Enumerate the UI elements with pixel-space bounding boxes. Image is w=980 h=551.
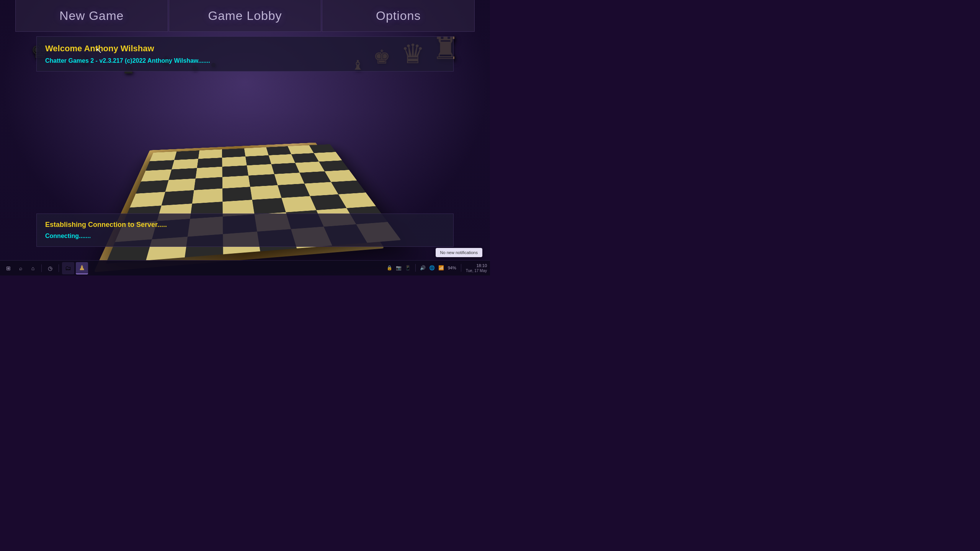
square-3-1 <box>165 178 196 192</box>
clock-time: 18:10 <box>466 263 487 268</box>
taskbar-system-icons: 🔒 📷 📱 🔊 🌐 📶 <box>386 264 445 272</box>
square-1-3 <box>222 156 247 167</box>
taskbar: ⊞ ⌕ ⌂ ◷ 🗂 ♟ 🔒 📷 📱 🔊 🌐 📶 94% 18:10 Tue, 1… <box>0 260 490 276</box>
square-1-2 <box>197 158 222 168</box>
wifi-icon[interactable]: 📶 <box>438 264 445 271</box>
welcome-panel: Welcome Anthony Wilshaw Chatter Games 2 … <box>36 36 454 72</box>
square-2-2 <box>196 167 222 179</box>
welcome-subtitle: Chatter Games 2 - v2.3.217 (c)2022 Antho… <box>45 57 445 64</box>
square-3-4 <box>248 174 278 187</box>
square-4-2 <box>192 189 222 204</box>
square-2-5 <box>271 163 299 174</box>
taskbar-separator-2 <box>59 264 59 272</box>
square-1-7 <box>314 152 342 161</box>
new-game-button[interactable]: New Game <box>15 0 168 32</box>
connection-panel: Establishing Connection to Server..... C… <box>36 214 454 247</box>
square-2-1 <box>168 168 197 180</box>
grid-icon[interactable]: ⊞ <box>3 263 14 274</box>
welcome-title: Welcome Anthony Wilshaw <box>45 44 445 54</box>
battery-percent: 94% <box>448 266 456 270</box>
file-manager-app[interactable]: 🗂 <box>62 262 74 274</box>
nav-bar: New Game Game Lobby Options <box>15 0 475 32</box>
square-2-7 <box>319 160 349 171</box>
network-icon[interactable]: 🌐 <box>429 264 436 271</box>
square-4-4 <box>250 185 281 200</box>
new-game-label: New Game <box>59 9 124 23</box>
search-icon[interactable]: ⌕ <box>15 263 26 274</box>
battery-indicator: 94% <box>448 266 456 270</box>
options-label: Options <box>376 9 421 23</box>
square-2-3 <box>222 165 248 177</box>
clock-date: Tue, 17 May <box>466 268 487 273</box>
connection-status: Connecting....... <box>45 233 445 240</box>
chess-app[interactable]: ♟ <box>76 262 88 274</box>
game-lobby-button[interactable]: Game Lobby <box>169 0 322 32</box>
square-0-5 <box>266 146 291 155</box>
volume-icon[interactable]: 🔊 <box>420 264 426 271</box>
square-4-3 <box>222 187 252 202</box>
square-1-5 <box>268 154 295 164</box>
square-3-3 <box>222 176 250 189</box>
taskbar-separator-1 <box>41 264 42 272</box>
taskbar-left: ⊞ ⌕ ⌂ ◷ 🗂 ♟ <box>3 262 88 274</box>
square-4-0 <box>130 192 165 207</box>
options-button[interactable]: Options <box>322 0 475 32</box>
square-3-2 <box>194 177 222 190</box>
square-0-7 <box>309 144 336 153</box>
notification-bubble: No new notifications <box>436 248 482 257</box>
notification-text: No new notifications <box>440 250 478 255</box>
square-2-4 <box>247 164 274 176</box>
square-3-5 <box>274 173 304 185</box>
system-clock: 18:10 Tue, 17 May <box>466 263 487 273</box>
lock-icon[interactable]: 🔒 <box>386 264 393 271</box>
square-4-1 <box>161 190 194 205</box>
taskbar-right: 🔒 📷 📱 🔊 🌐 📶 94% 18:10 Tue, 17 May <box>386 263 487 273</box>
square-0-2 <box>198 149 222 159</box>
square-5-4 <box>252 198 286 214</box>
history-icon[interactable]: ◷ <box>45 263 56 274</box>
home-icon[interactable]: ⌂ <box>28 263 38 274</box>
game-lobby-label: Game Lobby <box>208 9 282 23</box>
connection-title: Establishing Connection to Server..... <box>45 221 445 229</box>
taskbar-separator-4 <box>461 264 461 272</box>
taskbar-separator-3 <box>415 264 416 272</box>
square-1-4 <box>245 155 271 166</box>
phone-icon[interactable]: 📱 <box>405 264 412 271</box>
screenshot-icon[interactable]: 📷 <box>395 264 402 271</box>
